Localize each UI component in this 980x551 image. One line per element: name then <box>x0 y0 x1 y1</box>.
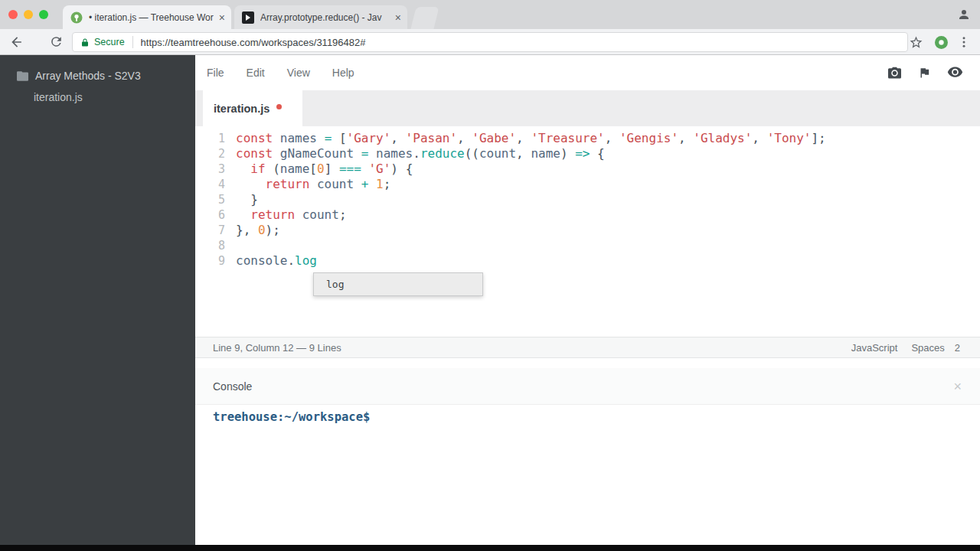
unsaved-indicator <box>276 104 282 109</box>
treehouse-favicon-icon <box>70 11 83 24</box>
tab-title: Array.prototype.reduce() - Jav <box>260 12 390 23</box>
code-editor[interactable]: 1const names = ['Gary', 'Pasan', 'Gabe',… <box>195 126 980 337</box>
code-token: names <box>376 146 413 161</box>
address-bar[interactable]: Secure https://teamtreehouse.com/workspa… <box>72 32 908 52</box>
code-token: = <box>325 131 332 145</box>
code-token: 'Gary' <box>347 131 391 145</box>
code-token: ] <box>325 161 332 176</box>
close-window-button[interactable] <box>8 10 18 19</box>
code-token: count <box>317 177 354 191</box>
code-token: => <box>575 146 590 161</box>
tab-close-icon[interactable]: × <box>395 12 401 23</box>
code-token: console <box>236 253 287 268</box>
browser-tab-iteration[interactable]: • iteration.js — Treehouse Wor × <box>63 5 231 29</box>
code-token <box>354 177 361 191</box>
console-close-icon[interactable]: × <box>953 380 962 393</box>
code-token: }, <box>236 223 250 237</box>
code-token: ]; <box>811 131 825 145</box>
zoom-window-button[interactable] <box>39 10 48 19</box>
code-line[interactable]: 7}, 0); <box>195 223 980 238</box>
menu-edit[interactable]: Edit <box>247 67 265 79</box>
browser-profile-icon[interactable] <box>957 8 971 21</box>
minimize-window-button[interactable] <box>24 10 33 19</box>
editor-tab-iteration[interactable]: iteration.js <box>203 90 302 126</box>
secure-label: Secure <box>94 37 125 47</box>
code-token: count <box>302 207 339 222</box>
code-token <box>273 131 280 145</box>
preview-eye-icon[interactable] <box>947 67 963 79</box>
sidebar-item-file[interactable]: iteration.js <box>0 82 195 103</box>
sidebar-item-project[interactable]: Array Methods - S2V3 <box>0 55 195 82</box>
code-token <box>236 161 250 176</box>
menu-file[interactable]: File <box>207 67 224 79</box>
console-title: Console <box>213 380 252 393</box>
extension-icon[interactable] <box>935 36 948 49</box>
code-line[interactable]: 2const gNameCount = names.reduce((count,… <box>195 146 980 161</box>
bookmark-star-icon[interactable] <box>909 35 923 50</box>
menu-view[interactable]: View <box>287 67 310 79</box>
autocomplete-item[interactable]: log <box>314 273 482 295</box>
code-token <box>368 177 376 191</box>
code-line[interactable]: 5 } <box>195 192 980 207</box>
tab-close-icon[interactable]: × <box>219 12 225 23</box>
line-number: 7 <box>195 223 225 238</box>
code-token <box>273 146 280 161</box>
indent-type-selector[interactable]: Spaces <box>911 342 944 354</box>
code-line[interactable]: 1const names = ['Gary', 'Pasan', 'Gabe',… <box>195 131 980 146</box>
code-token: 'Pasan' <box>406 131 457 145</box>
project-folder-icon <box>17 71 28 81</box>
workspace-toolbar-icons <box>887 66 963 80</box>
indent-size-selector[interactable]: 2 <box>955 342 960 354</box>
browser-menu-icon[interactable] <box>957 35 971 49</box>
code-token: names <box>280 131 317 145</box>
line-number: 5 <box>195 192 225 207</box>
file-name: iteration.js <box>34 91 83 103</box>
code-line[interactable]: 6 return count; <box>195 207 980 223</box>
new-tab-button[interactable] <box>410 7 439 29</box>
snapshot-camera-icon[interactable] <box>887 67 902 80</box>
menu-help[interactable]: Help <box>332 67 354 79</box>
code-token: name <box>280 161 310 176</box>
line-number: 2 <box>195 146 225 161</box>
file-sidebar: Array Methods - S2V3 iteration.js <box>0 55 195 551</box>
panel-divider <box>195 358 980 368</box>
code-token: 'Gengis' <box>619 131 678 145</box>
code-token <box>361 161 369 176</box>
workspace-menubar: FileEditViewHelp <box>195 55 980 90</box>
code-token: , <box>752 131 766 145</box>
code-line[interactable]: 4 return count + 1; <box>195 177 980 192</box>
browser-toolbar: Secure https://teamtreehouse.com/workspa… <box>0 29 980 55</box>
code-token <box>354 146 361 161</box>
workspace: Array Methods - S2V3 iteration.js FileEd… <box>0 55 980 551</box>
line-number: 4 <box>195 177 225 192</box>
autocomplete-popup: log <box>313 272 483 296</box>
url-text[interactable]: https://teamtreehouse.com/workspaces/311… <box>141 37 366 48</box>
code-token: reduce <box>420 146 465 161</box>
reload-icon[interactable] <box>49 34 64 50</box>
code-line[interactable]: 8 <box>195 238 980 253</box>
code-token: return <box>250 207 295 222</box>
code-token: ) { <box>390 161 413 176</box>
code-token: 'Gladys' <box>693 131 752 145</box>
traffic-lights <box>8 10 48 19</box>
line-number: 6 <box>195 207 225 223</box>
language-selector[interactable]: JavaScript <box>851 342 898 354</box>
console-terminal[interactable]: treehouse:~/workspace$ <box>195 405 980 551</box>
code-token: 1 <box>376 177 384 191</box>
code-line[interactable]: 3 if (name[0] === 'G') { <box>195 161 980 177</box>
code-token: { <box>590 146 604 161</box>
code-token: ) <box>560 146 575 161</box>
code-token <box>309 177 317 191</box>
code-token: 0 <box>258 223 266 237</box>
back-icon[interactable] <box>9 34 24 50</box>
browser-tab-mdn[interactable]: Array.prototype.reduce() - Jav × <box>234 5 407 29</box>
cursor-position: Line 9, Column 12 — 9 Lines <box>213 342 341 354</box>
editor-statusbar: Line 9, Column 12 — 9 Lines JavaScript S… <box>195 337 980 358</box>
line-number: 8 <box>195 238 225 253</box>
flag-icon[interactable] <box>918 66 931 80</box>
code-token: count <box>479 146 516 161</box>
code-token: ( <box>273 161 280 176</box>
code-token: log <box>295 253 317 268</box>
code-line[interactable]: 9console.log <box>195 253 980 269</box>
code-token: . <box>287 253 295 268</box>
